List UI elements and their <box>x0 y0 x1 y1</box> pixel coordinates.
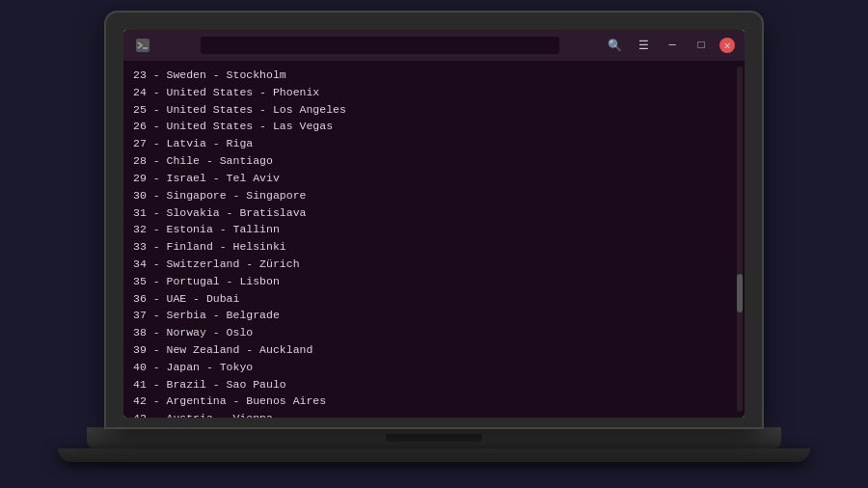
laptop-screen: 🔍 ☰ — □ ✕ 23 - Sweden - Stockholm24 - Un… <box>123 30 745 418</box>
terminal-line: 37 - Serbia - Belgrade <box>133 307 735 324</box>
laptop-hinge <box>386 434 482 442</box>
terminal-window: 🔍 ☰ — □ ✕ 23 - Sweden - Stockholm24 - Un… <box>123 30 745 418</box>
screen-bezel: 🔍 ☰ — □ ✕ 23 - Sweden - Stockholm24 - Un… <box>106 13 762 427</box>
terminal-line: 42 - Argentina - Buenos Aires <box>133 393 735 410</box>
terminal-app-icon <box>133 36 152 55</box>
terminal-line: 26 - United States - Las Vegas <box>133 118 735 135</box>
laptop-bottom <box>58 448 810 462</box>
terminal-line: 41 - Brazil - Sao Paulo <box>133 376 735 393</box>
scrollbar-thumb[interactable] <box>737 274 743 312</box>
terminal-titlebar: 🔍 ☰ — □ ✕ <box>123 30 745 61</box>
close-button[interactable]: ✕ <box>719 38 735 53</box>
search-button[interactable]: 🔍 <box>604 35 625 56</box>
terminal-line: 23 - Sweden - Stockholm <box>133 67 735 84</box>
terminal-line: 31 - Slovakia - Bratislava <box>133 204 735 222</box>
terminal-line: 24 - United States - Phoenix <box>133 84 735 101</box>
menu-button[interactable]: ☰ <box>633 35 654 56</box>
terminal-line: 28 - Chile - Santiago <box>133 152 735 170</box>
terminal-line: 39 - New Zealand - Auckland <box>133 341 735 359</box>
terminal-line: 43 - Austria - Vienna <box>133 410 735 418</box>
terminal-line: 29 - Israel - Tel Aviv <box>133 170 735 187</box>
maximize-button[interactable]: □ <box>691 35 712 56</box>
laptop: 🔍 ☰ — □ ✕ 23 - Sweden - Stockholm24 - Un… <box>58 13 810 475</box>
terminal-line: 40 - Japan - Tokyo <box>133 359 735 376</box>
terminal-body: 23 - Sweden - Stockholm24 - United State… <box>123 61 745 418</box>
terminal-line: 38 - Norway - Oslo <box>133 324 735 341</box>
titlebar-buttons: 🔍 ☰ — □ ✕ <box>604 35 735 56</box>
terminal-line: 33 - Finland - Helsinki <box>133 238 735 256</box>
terminal-line: 32 - Estonia - Tallinn <box>133 221 735 238</box>
terminal-line: 25 - United States - Los Angeles <box>133 101 735 119</box>
terminal-line: 27 - Latvia - Riga <box>133 135 735 152</box>
terminal-output: 23 - Sweden - Stockholm24 - United State… <box>133 67 735 418</box>
terminal-line: 36 - UAE - Dubai <box>133 290 735 308</box>
minimize-button[interactable]: — <box>662 35 683 56</box>
laptop-base <box>87 427 781 448</box>
title-bar-spacer <box>201 37 559 54</box>
terminal-line: 34 - Switzerland - Zürich <box>133 256 735 273</box>
terminal-line: 30 - Singapore - Singapore <box>133 187 735 204</box>
terminal-line: 35 - Portugal - Lisbon <box>133 273 735 290</box>
scrollbar[interactable] <box>737 67 743 412</box>
